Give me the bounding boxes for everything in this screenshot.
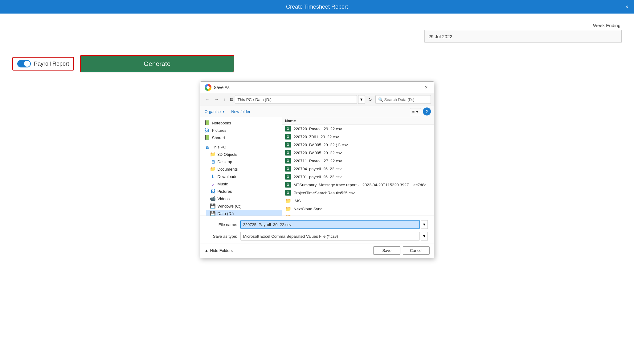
windowsc-label: Windows (C:) — [218, 204, 242, 208]
left-panel-datad[interactable]: 💾 Data (D:) — [206, 210, 282, 216]
left-panel-documents[interactable]: 📁 Documents — [206, 165, 282, 173]
left-panel-videos[interactable]: 📹 Videos — [206, 195, 282, 202]
save-as-dialog: Save As × ← → ↑ 🖥 This PC › Data (D:) ▼ … — [200, 81, 434, 258]
view-dropdown-icon: ▼ — [416, 110, 419, 114]
music-icon: ♪ — [210, 181, 216, 186]
toolbar-right: ≡ ▼ ? — [410, 107, 431, 115]
path-bar[interactable]: This PC › Data (D:) — [235, 95, 357, 104]
filename-dropdown-button[interactable]: ▼ — [421, 220, 428, 229]
path-text: This PC › Data (D:) — [238, 97, 272, 102]
left-panel-shared[interactable]: 📗 Shared — [200, 134, 282, 141]
csv-icon — [285, 174, 291, 180]
notebooks-label: Notebooks — [212, 121, 231, 125]
file-item[interactable]: MTSummary_Message trace report - _2022-0… — [282, 181, 434, 189]
folder-name-childconf: Child Conference 2022 — [294, 215, 335, 216]
cancel-button[interactable]: Cancel — [403, 246, 429, 255]
folder-item-childconf[interactable]: 📁 Child Conference 2022 — [282, 213, 434, 216]
nav-up-button[interactable]: ↑ — [222, 96, 228, 103]
desktop-label: Desktop — [218, 160, 232, 164]
left-panel-notebooks[interactable]: 📗 Notebooks — [200, 119, 282, 127]
thispc-icon: 🖥 — [205, 144, 210, 149]
search-icon: 🔍 — [378, 97, 383, 102]
folder-yellow-icon: 📁 — [285, 198, 291, 204]
file-item[interactable]: 220720_BA005_29_22.csv — [282, 149, 434, 157]
folder-item-ims[interactable]: 📁 IMS — [282, 197, 434, 205]
folder-yellow2-icon: 📁 — [285, 214, 291, 216]
savetype-label: Save as type: — [207, 234, 237, 239]
left-panel-music[interactable]: ♪ Music — [206, 180, 282, 188]
shared-icon: 📗 — [205, 135, 210, 140]
filename-area: File name: ▼ Save as type: ▼ — [200, 216, 434, 244]
new-folder-button[interactable]: New folder — [230, 108, 252, 115]
dialog-close-button[interactable]: × — [423, 84, 429, 91]
files-header: Name — [282, 117, 434, 125]
notebooks-icon: 📗 — [205, 120, 210, 125]
videos-label: Videos — [218, 196, 230, 201]
window-close-button[interactable]: × — [625, 4, 628, 10]
datad-icon: 💾 — [210, 211, 216, 216]
savetype-dropdown-button[interactable]: ▼ — [421, 232, 428, 241]
title-bar: Create Timesheet Report × — [0, 0, 634, 14]
nav-back-button[interactable]: ← — [203, 96, 211, 103]
3dobjects-label: 3D Objects — [218, 152, 237, 157]
file-name: 220711_Payroll_27_22.csv — [294, 159, 342, 163]
3dobjects-icon: 📁 — [210, 152, 216, 157]
thispc-label: This PC — [212, 145, 226, 149]
folder-item-nextcloud[interactable]: 📁 NextCloud Sync — [282, 205, 434, 213]
file-name: 220720_BA005_29_22.csv — [294, 151, 342, 155]
left-panel-3dobjects[interactable]: 📁 3D Objects — [206, 151, 282, 158]
left-panel-pictures[interactable]: 🖼 Pictures — [206, 188, 282, 195]
savetype-input[interactable] — [240, 232, 420, 241]
save-button[interactable]: Save — [373, 246, 400, 255]
right-panel: Name 220720_Payroll_29_22.csv 220720_Z06… — [282, 117, 434, 216]
desktop-icon: 🖥 — [210, 159, 216, 164]
csv-icon — [285, 182, 291, 188]
app-body: Week Ending Payroll Report Generate Save… — [0, 14, 634, 364]
hide-folders-button[interactable]: ▲ Hide Folders — [205, 248, 233, 253]
file-name: MTSummary_Message trace report - _2022-0… — [294, 183, 427, 187]
left-panel-windowsc[interactable]: 💾 Windows (C:) — [206, 202, 282, 210]
left-panel-desktop[interactable]: 🖥 Desktop — [206, 158, 282, 165]
filename-row: File name: ▼ — [207, 220, 428, 229]
left-panel-pictures-onedrive[interactable]: 🖼 Pictures — [200, 127, 282, 134]
pictures-icon: 🖼 — [210, 189, 216, 194]
nav-path: 🖥 This PC › Data (D:) ▼ — [229, 95, 365, 104]
file-item[interactable]: 220711_Payroll_27_22.csv — [282, 157, 434, 165]
file-item[interactable]: 220720_Payroll_29_22.csv — [282, 125, 434, 133]
left-panel-downloads[interactable]: ⬇ Downloads — [206, 173, 282, 180]
refresh-button[interactable]: ↻ — [366, 95, 374, 103]
file-item[interactable]: 220704_payroll_26_22.csv — [282, 165, 434, 173]
file-item[interactable]: 220701_payroll_26_22.csv — [282, 173, 434, 181]
toolbar-row: Organise ▼ New folder ≡ ▼ ? — [200, 106, 434, 117]
file-name: 220720_Payroll_29_22.csv — [294, 127, 342, 131]
file-name: 220704_payroll_26_22.csv — [294, 167, 342, 171]
documents-icon: 📁 — [210, 167, 216, 172]
file-item[interactable]: ProjectTimeSearchResults525.csv — [282, 189, 434, 197]
window-title: Create Timesheet Report — [286, 4, 348, 10]
organise-arrow: ▼ — [222, 110, 225, 113]
csv-icon — [285, 158, 291, 164]
csv-icon — [285, 126, 291, 131]
path-dropdown-button[interactable]: ▼ — [358, 95, 365, 104]
view-icon: ≡ — [412, 109, 415, 114]
filename-input[interactable] — [240, 220, 420, 229]
view-options-button[interactable]: ≡ ▼ — [410, 108, 421, 115]
csv-icon — [285, 150, 291, 156]
videos-icon: 📹 — [210, 196, 216, 201]
nav-forward-button[interactable]: → — [213, 96, 221, 103]
filename-label: File name: — [207, 222, 237, 227]
organise-button[interactable]: Organise ▼ — [203, 108, 227, 115]
file-name: ProjectTimeSearchResults525.csv — [294, 191, 355, 195]
browser-area: 📗 Notebooks 🖼 Pictures 📗 Shared 🖥 T — [200, 117, 434, 216]
folder-name-ims: IMS — [294, 199, 301, 203]
csv-icon — [285, 166, 291, 172]
music-label: Music — [218, 182, 228, 186]
file-item[interactable]: 220720_BA005_29_22 (1).csv — [282, 141, 434, 149]
help-button[interactable]: ? — [423, 107, 431, 115]
search-input[interactable] — [384, 97, 427, 102]
file-item[interactable]: 220720_Z061_29_22.csv — [282, 133, 434, 141]
folder-name-nextcloud: NextCloud Sync — [294, 207, 322, 211]
folder-green-icon: 📁 — [285, 206, 291, 212]
left-panel-thispc[interactable]: 🖥 This PC — [200, 143, 282, 151]
savetype-row: Save as type: ▼ — [207, 232, 428, 241]
